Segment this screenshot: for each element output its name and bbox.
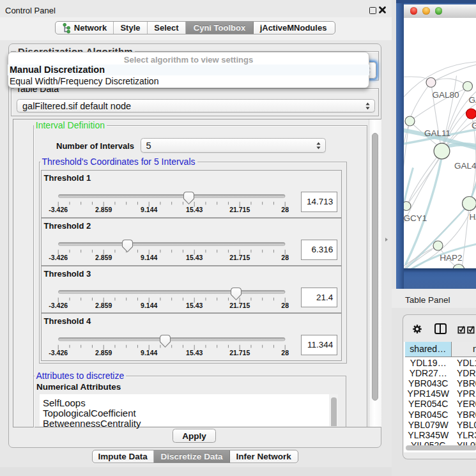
svg-text:HAP1: HAP1 bbox=[469, 211, 476, 221]
svg-text:-3.426: -3.426 bbox=[49, 349, 68, 357]
svg-text:-3.426: -3.426 bbox=[49, 254, 68, 261]
svg-text:15.43: 15.43 bbox=[186, 349, 203, 357]
svg-text:15.43: 15.43 bbox=[186, 302, 203, 309]
svg-text:GC: GC bbox=[472, 121, 476, 130]
svg-text:28: 28 bbox=[281, 349, 289, 357]
svg-text:GCY1: GCY1 bbox=[404, 213, 427, 222]
svg-text:GAL4: GAL4 bbox=[454, 160, 476, 170]
svg-text:2.859: 2.859 bbox=[95, 349, 112, 357]
svg-text:GA: GA bbox=[468, 95, 476, 104]
svg-text:9.144: 9.144 bbox=[141, 254, 157, 261]
svg-text:2.859: 2.859 bbox=[95, 254, 112, 261]
svg-text:GAL80: GAL80 bbox=[432, 90, 459, 100]
svg-text:-3.426: -3.426 bbox=[49, 206, 68, 213]
svg-text:2.859: 2.859 bbox=[95, 302, 112, 309]
svg-text:28: 28 bbox=[281, 206, 289, 213]
svg-text:2.859: 2.859 bbox=[95, 206, 112, 213]
svg-text:21.715: 21.715 bbox=[229, 206, 250, 213]
svg-text:HAP2: HAP2 bbox=[440, 253, 462, 263]
svg-text:GAL11: GAL11 bbox=[424, 128, 450, 137]
svg-text:-3.426: -3.426 bbox=[49, 302, 68, 309]
svg-text:9.144: 9.144 bbox=[141, 349, 157, 357]
svg-text:9.144: 9.144 bbox=[141, 206, 157, 213]
svg-text:28: 28 bbox=[281, 254, 289, 261]
svg-text:28: 28 bbox=[281, 302, 289, 309]
svg-text:15.43: 15.43 bbox=[186, 206, 203, 213]
svg-text:21.715: 21.715 bbox=[229, 349, 250, 357]
svg-text:9.144: 9.144 bbox=[141, 302, 157, 309]
svg-text:15.43: 15.43 bbox=[186, 254, 203, 261]
svg-text:21.715: 21.715 bbox=[229, 302, 250, 309]
svg-text:21.715: 21.715 bbox=[229, 254, 250, 261]
